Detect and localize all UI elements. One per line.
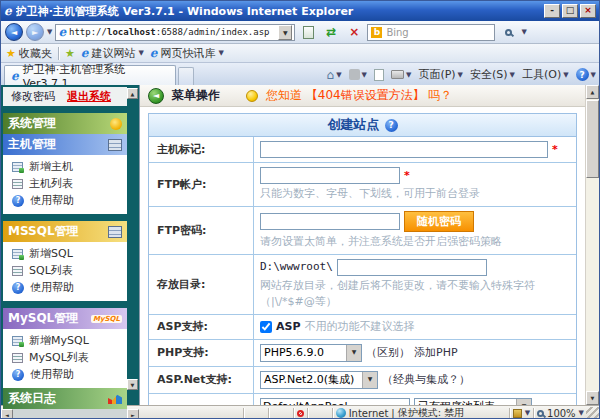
close-button[interactable]: ×: [580, 4, 596, 18]
scroll-right-button[interactable]: ►: [127, 409, 139, 419]
scroll-left-button[interactable]: ◄: [1, 409, 13, 419]
tools-menu-button[interactable]: 工具(O)▼: [522, 67, 569, 82]
new-tab-button[interactable]: [178, 67, 194, 85]
url-host: localhost: [107, 27, 156, 37]
scrollbar-thumb[interactable]: [586, 100, 599, 178]
change-password-link[interactable]: 修改密码: [11, 89, 55, 104]
menu-operation-label[interactable]: 菜单操作: [172, 87, 220, 104]
page-menu-button[interactable]: 页面(P)▼: [418, 67, 463, 82]
sidebar-scroll-up-button[interactable]: ▲: [127, 88, 138, 99]
window-title: 护卫神·主机管理系统 Ver3.7.1 - Windows Internet E…: [16, 4, 540, 19]
ftp-account-hint: 只能为数字、字母、下划线，可用于前台登录: [260, 186, 480, 202]
sidebar-item-sql-help[interactable]: ?使用帮助: [3, 279, 127, 296]
aspnet-version-select[interactable]: ASP.Net2.0(集成) ▼: [260, 371, 378, 389]
sidebar-item-mysql-list[interactable]: MySQL列表: [3, 349, 127, 366]
search-icon: [505, 29, 512, 36]
sidebar-horizontal-scrollbar[interactable]: ◄ ►: [1, 409, 139, 419]
php-version-select[interactable]: PHP5.6.9.0 ▼: [260, 344, 362, 362]
sidebar-panel-mssql: 新增SQL SQL列表 ?使用帮助: [3, 242, 127, 301]
ftp-password-input[interactable]: [260, 213, 400, 230]
refresh-button[interactable]: ⇄: [321, 23, 341, 41]
form-row-apppool: 应用程序池: 已有程序池列表 ▼ （可输入新程序池名，默认集成模式，建议.net…: [149, 394, 576, 405]
database-icon: [108, 226, 122, 238]
sidebar-item-mysql-help[interactable]: ?使用帮助: [3, 366, 127, 383]
search-options-dropdown-icon[interactable]: ▼: [521, 28, 526, 36]
asp-checkbox[interactable]: [260, 321, 272, 333]
menu-operation-bar: ◄ 菜单操作 您知道 【404错误设置方法】 吗？: [140, 85, 585, 107]
php-difference-link[interactable]: （区别）: [366, 345, 410, 361]
forward-button[interactable]: ►: [26, 23, 44, 41]
search-input[interactable]: b Bing: [367, 24, 495, 41]
scroll-down-button[interactable]: ▼: [586, 391, 599, 405]
storage-dir-prefix: D:\wwwroot\: [260, 259, 333, 275]
sidebar-scroll-down-button[interactable]: ▼: [127, 379, 138, 390]
maximize-button[interactable]: □: [562, 4, 578, 18]
sidebar-item-add-sql[interactable]: 新增SQL: [3, 245, 127, 262]
apppool-input[interactable]: [260, 398, 410, 405]
sidebar-panel-mysql: 新增MySQL MySQL列表 ?使用帮助: [3, 329, 127, 388]
feeds-button[interactable]: ▼: [349, 69, 367, 80]
notice-404-link[interactable]: 【404错误设置方法】: [306, 88, 425, 102]
chevron-down-icon: ▼: [563, 71, 568, 79]
zoom-icon: [537, 410, 544, 417]
sidebar-group-syslog[interactable]: 系统日志: [3, 388, 127, 409]
sidebar-item-add-host[interactable]: 新增主机: [3, 158, 127, 175]
zoom-control[interactable]: 100% ▼: [537, 408, 584, 419]
sidebar-group-mssql[interactable]: MSSQL管理: [3, 221, 127, 242]
item-label: 使用帮助: [30, 367, 74, 382]
scroll-up-button[interactable]: ▲: [586, 85, 599, 99]
menu-back-button[interactable]: ◄: [148, 88, 164, 104]
sidebar-item-host-list[interactable]: 主机列表: [3, 175, 127, 192]
search-placeholder: Bing: [386, 27, 408, 38]
url-dropdown-button[interactable]: ▼: [278, 25, 292, 40]
separator: [58, 47, 59, 60]
chevron-down-icon: ▼: [579, 409, 584, 417]
print-button[interactable]: ▼: [391, 70, 411, 79]
protected-mode-button[interactable]: ▼: [513, 409, 530, 418]
home-button[interactable]: ⌂▼: [327, 69, 342, 81]
stop-button[interactable]: ×: [344, 23, 364, 41]
apppool-list-select[interactable]: 已有程序池列表 ▼: [414, 398, 532, 405]
sidebar-item-sql-list[interactable]: SQL列表: [3, 262, 127, 279]
ftp-account-input[interactable]: [260, 167, 400, 184]
minimize-button[interactable]: -: [544, 4, 560, 18]
compatibility-view-button[interactable]: [298, 23, 318, 41]
history-dropdown-icon[interactable]: ▼: [47, 28, 52, 36]
vertical-scrollbar[interactable]: ▲ ▼: [585, 85, 599, 405]
home-icon: ⌂: [327, 69, 335, 81]
chevron-down-icon: ▼: [591, 71, 596, 79]
safety-menu-button[interactable]: 安全(S)▼: [470, 67, 515, 82]
sidebar-item-host-help[interactable]: ?使用帮助: [3, 192, 127, 209]
logout-link[interactable]: 退出系统: [67, 89, 111, 104]
aspnet-hint: （经典与集成？）: [382, 372, 470, 388]
chevron-down-icon: ▼: [336, 71, 341, 79]
search-button[interactable]: [498, 23, 518, 41]
back-button[interactable]: ◄: [5, 23, 23, 41]
select-arrow-icon: ▼: [346, 345, 361, 361]
ie-logo-icon: e: [4, 5, 12, 17]
group-title: 主机管理: [8, 136, 56, 153]
sidebar-item-add-mysql[interactable]: 新增MySQL: [3, 332, 127, 349]
storage-dir-input[interactable]: [337, 259, 487, 276]
add-favorite-icon[interactable]: ★: [65, 47, 75, 60]
suggested-sites-button[interactable]: e 建议网站 ▼: [81, 46, 144, 61]
url-field[interactable]: e http://localhost:6588/admin/index.asp …: [55, 24, 295, 41]
host-tag-input[interactable]: [260, 141, 548, 158]
sidebar-group-mysql[interactable]: MySQL管理 MySQL: [3, 308, 127, 329]
read-mail-icon[interactable]: [374, 69, 384, 81]
php-add-link[interactable]: 添加PHP: [414, 345, 458, 361]
key-icon: [110, 118, 122, 130]
help-icon: ?: [12, 195, 24, 207]
resize-grip[interactable]: [586, 407, 599, 419]
favorites-button[interactable]: ★ 收藏夹: [6, 46, 52, 61]
tab-favicon: e: [11, 70, 19, 82]
form-help-icon[interactable]: ?: [385, 119, 398, 132]
tab-active[interactable]: e 护卫神·主机管理系统 Ver3.7.1: [4, 65, 176, 85]
random-password-button[interactable]: 随机密码: [404, 211, 474, 232]
notice-text: 您知道 【404错误设置方法】 吗？: [266, 87, 453, 104]
sidebar-group-system[interactable]: 系统管理: [3, 113, 127, 134]
php-label: PHP支持:: [149, 340, 254, 366]
sidebar-group-host[interactable]: 主机管理: [3, 134, 127, 155]
help-button[interactable]: ?▼: [576, 68, 596, 81]
web-slices-button[interactable]: e 网页快讯库 ▼: [150, 46, 224, 61]
